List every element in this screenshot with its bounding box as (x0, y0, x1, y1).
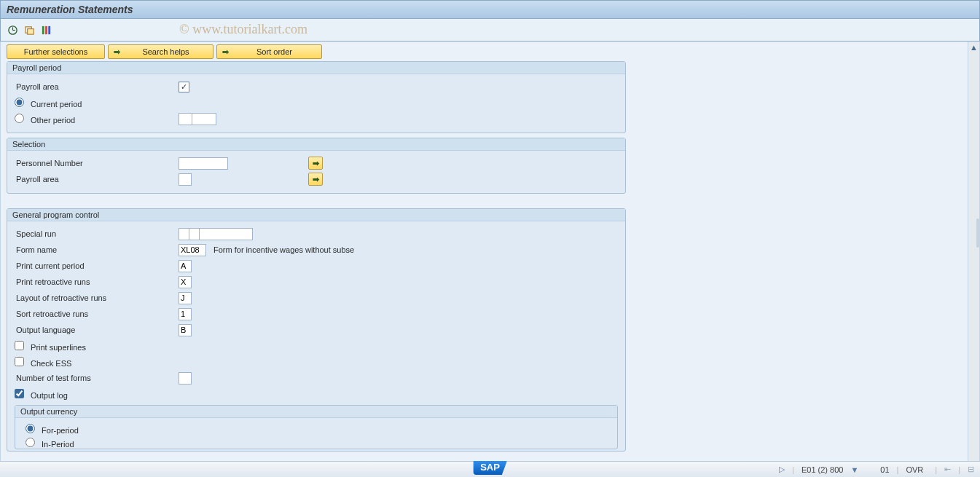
payroll-area-input[interactable] (179, 173, 192, 186)
page-title: Remuneration Statements (7, 4, 133, 15)
print-superlines-row[interactable]: Print superlines (15, 341, 86, 352)
group-title: Selection (7, 138, 625, 151)
scroll-handle[interactable] (976, 218, 979, 248)
special-run-input-3[interactable] (199, 228, 253, 240)
current-period-radio-row[interactable]: Current period (15, 98, 179, 109)
current-period-label: Current period (31, 100, 82, 109)
form-name-input[interactable] (179, 244, 206, 256)
main-content: Further selections ➡ Search helps ➡ Sort… (0, 42, 968, 477)
special-run-input-2[interactable] (189, 228, 200, 240)
check-ess-row[interactable]: Check ESS (15, 357, 71, 368)
current-period-radio[interactable] (15, 98, 24, 107)
sort-order-button[interactable]: ➡ Sort order (216, 44, 322, 59)
output-log-row[interactable]: Output log (15, 389, 68, 400)
svg-rect-6 (45, 25, 47, 33)
selection-button-row: Further selections ➡ Search helps ➡ Sort… (7, 44, 965, 59)
selection-group: Selection Personnel Number ➡ Payroll are… (7, 138, 626, 194)
print-current-input[interactable] (179, 260, 192, 272)
scroll-up-icon[interactable]: ▲ (971, 44, 978, 51)
button-label: Sort order (230, 47, 318, 56)
arrow-right-icon: ➡ (111, 47, 122, 57)
svg-rect-4 (27, 28, 33, 34)
output-currency-group: Output currency For-period In-Period (15, 405, 618, 449)
print-superlines-label: Print superlines (31, 343, 86, 352)
output-log-checkbox[interactable] (15, 389, 24, 398)
other-period-input-2[interactable] (192, 113, 216, 125)
status-client: 01 (880, 465, 889, 474)
output-lang-label: Output language (15, 326, 179, 334)
sort-retro-label: Sort retroactive runs (15, 310, 179, 318)
layout-retro-input[interactable] (179, 292, 192, 304)
status-system: E01 (2) 800 (801, 465, 843, 474)
for-period-label: For-period (42, 426, 79, 435)
other-period-radio[interactable] (15, 114, 24, 123)
other-period-radio-row[interactable]: Other period (15, 114, 179, 125)
watermark-text: © www.tutorialkart.com (179, 22, 307, 37)
search-helps-button[interactable]: ➡ Search helps (108, 44, 213, 59)
arrow-right-icon: ➡ (220, 47, 230, 57)
special-run-input-1[interactable] (179, 228, 189, 240)
print-retro-input[interactable] (179, 276, 192, 288)
title-bar: Remuneration Statements (0, 0, 980, 19)
payroll-area-checkbox[interactable]: ✓ (179, 82, 189, 92)
multiple-selection-button[interactable]: ➡ (308, 173, 323, 186)
print-retro-label: Print retroactive runs (15, 277, 179, 286)
layout-retro-label: Layout of retroactive runs (15, 293, 179, 302)
in-period-radio-row[interactable]: In-Period (26, 438, 74, 449)
application-toolbar: © www.tutorialkart.com (0, 19, 980, 42)
vertical-scrollbar[interactable]: ▲ ▼ (968, 42, 980, 477)
status-triangle-icon[interactable]: ▷ (779, 465, 785, 474)
further-selections-button[interactable]: Further selections (7, 44, 105, 59)
group-title: Output currency (15, 406, 617, 418)
status-bar: SAP ▷ | E01 (2) 800 ▼ 01 | OVR | ⇤ | ⊟ (0, 461, 980, 477)
status-mode: OVR (906, 465, 923, 474)
special-run-label: Special run (15, 229, 179, 238)
status-close-icon[interactable]: ⊟ (968, 465, 974, 474)
num-test-forms-input[interactable] (179, 372, 192, 385)
payroll-area-label: Payroll area (15, 82, 179, 91)
for-period-radio-row[interactable]: For-period (26, 424, 79, 435)
print-superlines-checkbox[interactable] (15, 341, 24, 350)
sap-logo: SAP (473, 461, 507, 475)
form-name-description: Form for incentive wages without subse (213, 245, 354, 254)
num-test-forms-label: Number of test forms (15, 374, 179, 382)
selection-options-icon[interactable] (40, 24, 52, 36)
button-label: Search helps (122, 47, 210, 56)
button-label: Further selections (10, 47, 101, 56)
check-ess-checkbox[interactable] (15, 357, 24, 366)
payroll-period-group: Payroll period Payroll area ✓ Current pe… (7, 61, 626, 133)
group-title: Payroll period (7, 62, 625, 74)
svg-rect-5 (42, 25, 44, 33)
check-ess-label: Check ESS (31, 359, 71, 368)
multiple-selection-button[interactable]: ➡ (308, 157, 323, 170)
form-name-label: Form name (15, 245, 179, 254)
execute-icon[interactable] (7, 24, 18, 36)
in-period-radio[interactable] (26, 438, 35, 447)
personnel-number-label: Personnel Number (15, 159, 179, 167)
other-period-label: Other period (31, 116, 75, 125)
get-variant-icon[interactable] (23, 24, 35, 36)
personnel-number-input[interactable] (179, 157, 228, 170)
print-current-label: Print current period (15, 261, 179, 270)
status-nav-icon[interactable]: ⇤ (944, 465, 951, 474)
group-title: General program control (7, 209, 625, 221)
for-period-radio[interactable] (26, 424, 35, 433)
general-program-control-group: General program control Special run Form… (7, 208, 626, 452)
svg-rect-7 (48, 25, 50, 33)
sort-retro-input[interactable] (179, 308, 192, 320)
output-log-label: Output log (31, 391, 68, 400)
payroll-area-sel-label: Payroll area (15, 175, 179, 184)
other-period-input-1[interactable] (179, 113, 192, 125)
in-period-label: In-Period (42, 440, 74, 449)
output-lang-input[interactable] (179, 324, 192, 336)
